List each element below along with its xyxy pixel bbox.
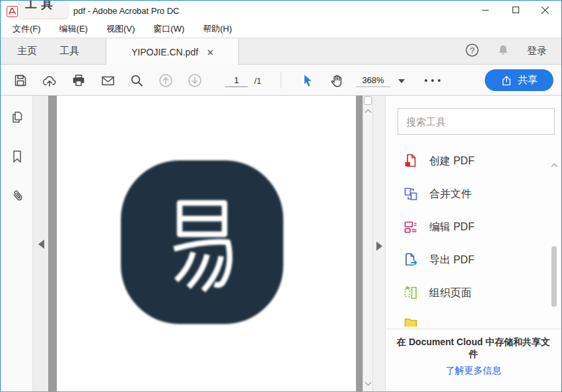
more-tools-icon[interactable] [419, 73, 446, 88]
partial-tool-icon [403, 313, 419, 329]
toolbar-divider [281, 73, 281, 88]
scrollbar-thumb[interactable] [364, 96, 372, 105]
document-viewport [33, 96, 363, 391]
share-icon [501, 75, 512, 86]
page-edge-right [356, 96, 363, 391]
panel-divider [386, 329, 561, 329]
menu-help[interactable]: 帮助(H) [196, 21, 238, 37]
main-area: 创建 PDF 合并文件 [1, 96, 561, 391]
print-icon[interactable] [69, 71, 88, 90]
menu-edit[interactable]: 编辑(E) [53, 21, 94, 37]
email-icon[interactable] [98, 71, 117, 90]
organize-pages-icon [403, 285, 419, 301]
title-bar: 工具 pdf - Adobe Acrobat Pro DC [1, 1, 561, 20]
menu-file[interactable]: 文件(F) [6, 21, 48, 37]
tool-combine-files[interactable]: 合并文件 [386, 178, 562, 211]
expand-panel-arrow-icon[interactable] [376, 242, 382, 251]
tab-document[interactable]: YIPOJIE.CN.pdf [106, 38, 239, 65]
svg-text:?: ? [470, 45, 474, 55]
tools-panel: 创建 PDF 合并文件 [385, 96, 561, 391]
menu-window[interactable]: 窗口(W) [147, 21, 191, 37]
next-page-icon[interactable] [186, 71, 204, 90]
tool-organize-pages[interactable]: 组织页面 [386, 277, 562, 310]
edit-pdf-icon [403, 219, 419, 235]
acrobat-window: 工具 pdf - Adobe Acrobat Pro DC 文件(F) 编辑(E… [0, 0, 562, 392]
yi-character-glyph [146, 185, 258, 299]
notifications-bell-icon[interactable] [497, 44, 510, 59]
tab-bar: 主页 工具 YIPOJIE.CN.pdf ? 登录 [1, 38, 561, 65]
select-tool-icon[interactable] [298, 71, 316, 90]
scroll-up-icon[interactable] [365, 110, 372, 116]
help-icon[interactable]: ? [465, 43, 479, 60]
scroll-down-icon[interactable] [365, 379, 372, 386]
tab-close-icon[interactable] [207, 47, 213, 57]
maximize-button[interactable] [501, 1, 531, 19]
learn-more-link[interactable]: 了解更多信息 [394, 365, 553, 377]
tool-label: 合并文件 [429, 187, 472, 201]
close-button[interactable] [530, 1, 560, 19]
share-button-label: 共享 [518, 74, 538, 86]
zoom-dropdown-caret[interactable] [398, 79, 405, 83]
create-pdf-icon [403, 153, 419, 169]
acrobat-app-icon [7, 6, 18, 17]
menu-bar: 文件(F) 编辑(E) 视图(V) 窗口(W) 帮助(H) [1, 20, 561, 38]
cloud-upload-icon[interactable] [40, 71, 59, 90]
tool-label: 组织页面 [429, 286, 472, 300]
export-pdf-icon [403, 252, 419, 268]
tools-list: 创建 PDF 合并文件 [386, 143, 562, 329]
search-tools-input[interactable] [398, 108, 555, 135]
attachments-icon[interactable] [9, 188, 25, 204]
document-scrollbar[interactable] [363, 96, 373, 391]
tools-scrollbar-thumb[interactable] [551, 246, 557, 307]
overlay-artifact-text: 工具 [25, 0, 57, 12]
share-button[interactable]: 共享 [485, 69, 553, 91]
page-number-input[interactable] [225, 74, 248, 87]
bookmarks-icon[interactable] [9, 148, 25, 164]
tab-document-label: YIPOJIE.CN.pdf [131, 47, 198, 57]
combine-files-icon [403, 186, 419, 202]
save-icon[interactable] [11, 71, 30, 90]
zoom-level-input[interactable] [356, 74, 390, 87]
left-navigation-rail [1, 96, 33, 391]
tab-home[interactable]: 主页 [9, 38, 46, 64]
tool-export-pdf[interactable]: 导出 PDF [386, 244, 562, 277]
tool-label: 创建 PDF [429, 154, 474, 168]
page-edge-left [48, 96, 57, 391]
right-gutter [373, 96, 385, 391]
search-icon[interactable] [127, 71, 146, 90]
tab-tools[interactable]: 工具 [51, 38, 88, 64]
window-title: pdf - Adobe Acrobat Pro DC [73, 6, 179, 16]
previous-page-icon[interactable] [157, 71, 175, 90]
tab-bar-right-cluster: ? 登录 [465, 38, 561, 64]
tool-create-pdf[interactable]: 创建 PDF [386, 145, 562, 178]
yi-logo-squircle [121, 160, 283, 324]
tool-label: 导出 PDF [429, 253, 474, 267]
toolbar: /1 共享 [1, 65, 561, 96]
collapse-pane-arrow-icon[interactable] [38, 240, 44, 249]
tool-edit-pdf[interactable]: 编辑 PDF [386, 211, 562, 244]
menu-view[interactable]: 视图(V) [100, 21, 141, 37]
tool-label: 编辑 PDF [429, 220, 474, 234]
document-cloud-promo-text: 在 Document Cloud 中存储和共享文件 [394, 336, 553, 360]
tool-partial-row[interactable] [386, 310, 562, 329]
page-total-label: /1 [254, 76, 262, 86]
minimize-button[interactable] [470, 1, 501, 19]
page-thumbnails-icon[interactable] [9, 109, 25, 125]
sign-in-button[interactable]: 登录 [527, 45, 547, 57]
censored-filename-blob: 工具 [18, 1, 69, 18]
hand-tool-icon[interactable] [327, 71, 345, 90]
